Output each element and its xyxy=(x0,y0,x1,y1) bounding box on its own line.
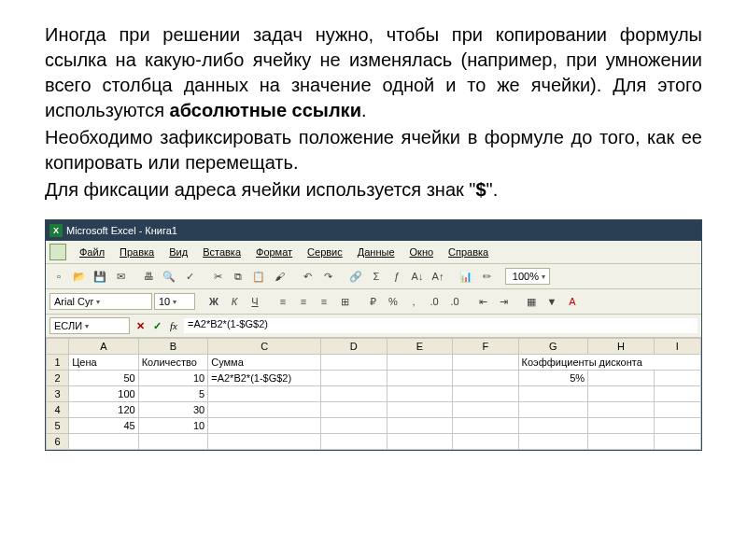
row-header[interactable]: 5 xyxy=(47,418,69,434)
drawing-icon[interactable]: ✏ xyxy=(477,267,496,286)
increase-decimal-icon[interactable]: .0 xyxy=(425,292,444,311)
col-header[interactable]: I xyxy=(654,339,700,355)
cell[interactable]: =A2*B2*(1-$G$2) xyxy=(208,371,321,386)
select-all-corner[interactable] xyxy=(47,339,69,355)
col-header[interactable]: B xyxy=(138,339,208,355)
menu-edit[interactable]: Правка xyxy=(112,245,162,259)
cell[interactable] xyxy=(654,418,700,434)
cell[interactable]: 5 xyxy=(138,386,208,402)
cell[interactable] xyxy=(654,434,700,450)
menu-data[interactable]: Данные xyxy=(350,245,402,259)
cell[interactable] xyxy=(321,386,388,402)
menu-view[interactable]: Вид xyxy=(162,245,195,259)
menu-format[interactable]: Формат xyxy=(248,245,300,259)
fill-color-icon[interactable]: ▼ xyxy=(543,292,561,311)
cell[interactable] xyxy=(387,434,453,450)
cell[interactable]: 45 xyxy=(69,418,139,434)
zoom-field[interactable]: 100%▾ xyxy=(505,268,550,285)
align-right-icon[interactable]: ≡ xyxy=(315,292,333,311)
menu-window[interactable]: Окно xyxy=(402,245,442,259)
cell[interactable] xyxy=(387,371,453,386)
cell[interactable] xyxy=(208,418,321,434)
cell[interactable] xyxy=(453,386,519,402)
enter-icon[interactable]: ✓ xyxy=(150,320,163,332)
cell[interactable]: 5% xyxy=(518,371,588,386)
comma-icon[interactable]: , xyxy=(404,292,423,311)
cell[interactable] xyxy=(654,386,700,402)
cell[interactable] xyxy=(518,418,588,434)
row-header[interactable]: 3 xyxy=(47,386,69,402)
new-icon[interactable]: ▫ xyxy=(49,267,68,286)
percent-icon[interactable]: % xyxy=(384,292,402,311)
bold-button[interactable]: Ж xyxy=(204,292,223,311)
spellcheck-icon[interactable]: ✓ xyxy=(180,267,199,286)
cell[interactable]: 10 xyxy=(138,371,208,386)
autosum-icon[interactable]: Σ xyxy=(367,267,386,286)
col-header[interactable]: A xyxy=(69,339,139,355)
cell[interactable] xyxy=(588,402,655,418)
function-icon[interactable]: ƒ xyxy=(388,267,406,286)
decrease-decimal-icon[interactable]: .0 xyxy=(445,292,464,311)
cell[interactable] xyxy=(654,371,700,386)
sort-desc-icon[interactable]: A↑ xyxy=(429,267,447,286)
cell[interactable] xyxy=(208,402,321,418)
increase-indent-icon[interactable]: ⇥ xyxy=(494,292,513,311)
cell[interactable] xyxy=(453,371,519,386)
currency-icon[interactable]: ₽ xyxy=(363,292,382,311)
cell[interactable] xyxy=(321,434,388,450)
align-center-icon[interactable]: ≡ xyxy=(294,292,313,311)
cell[interactable] xyxy=(387,418,453,434)
cell[interactable]: 30 xyxy=(138,402,208,418)
font-size-field[interactable]: 10▾ xyxy=(154,293,195,310)
cancel-icon[interactable]: ✕ xyxy=(134,320,147,332)
cell[interactable] xyxy=(518,402,588,418)
row-header[interactable]: 6 xyxy=(47,434,69,450)
cell[interactable] xyxy=(321,418,388,434)
sort-asc-icon[interactable]: A↓ xyxy=(408,267,427,286)
col-header[interactable]: D xyxy=(321,339,388,355)
cell[interactable]: Сумма xyxy=(208,355,321,371)
cut-icon[interactable]: ✂ xyxy=(208,267,227,286)
print-icon[interactable]: 🖶 xyxy=(139,267,158,286)
cell[interactable]: Количество xyxy=(138,355,208,371)
cell[interactable] xyxy=(453,418,519,434)
cell[interactable] xyxy=(208,434,321,450)
col-header[interactable]: G xyxy=(518,339,588,355)
cell[interactable] xyxy=(518,386,588,402)
menu-tools[interactable]: Сервис xyxy=(300,245,350,259)
undo-icon[interactable]: ↶ xyxy=(298,267,317,286)
preview-icon[interactable]: 🔍 xyxy=(160,267,178,286)
save-icon[interactable]: 💾 xyxy=(91,267,109,286)
cell[interactable] xyxy=(588,434,655,450)
paste-icon[interactable]: 📋 xyxy=(249,267,268,286)
cell[interactable] xyxy=(453,434,519,450)
cell[interactable] xyxy=(588,418,655,434)
spreadsheet-grid[interactable]: A B C D E F G H I 1 Цена Количество Сумм… xyxy=(46,338,701,450)
cell[interactable] xyxy=(321,371,388,386)
cell[interactable] xyxy=(321,355,388,371)
col-header[interactable]: F xyxy=(453,339,519,355)
cell[interactable] xyxy=(518,434,588,450)
cell[interactable] xyxy=(387,355,453,371)
hyperlink-icon[interactable]: 🔗 xyxy=(346,267,365,286)
formula-input[interactable]: =A2*B2*(1-$G$2) xyxy=(184,318,698,333)
cell[interactable]: 50 xyxy=(69,371,139,386)
menu-help[interactable]: Справка xyxy=(441,245,496,259)
col-header[interactable]: H xyxy=(588,339,655,355)
redo-icon[interactable]: ↷ xyxy=(318,267,337,286)
copy-icon[interactable]: ⧉ xyxy=(229,267,247,286)
align-left-icon[interactable]: ≡ xyxy=(274,292,292,311)
italic-button[interactable]: К xyxy=(225,292,244,311)
email-icon[interactable]: ✉ xyxy=(111,267,130,286)
cell[interactable] xyxy=(138,434,208,450)
chart-icon[interactable]: 📊 xyxy=(457,267,475,286)
underline-button[interactable]: Ч xyxy=(246,292,264,311)
row-header[interactable]: 2 xyxy=(47,371,69,386)
cell[interactable] xyxy=(387,386,453,402)
fx-icon[interactable]: fx xyxy=(167,320,180,331)
row-header[interactable]: 4 xyxy=(47,402,69,418)
cell[interactable] xyxy=(387,402,453,418)
font-field[interactable]: Arial Cyr▾ xyxy=(49,293,152,310)
cell[interactable]: 120 xyxy=(69,402,139,418)
cell[interactable]: Коэффициенты дисконта xyxy=(518,355,700,371)
